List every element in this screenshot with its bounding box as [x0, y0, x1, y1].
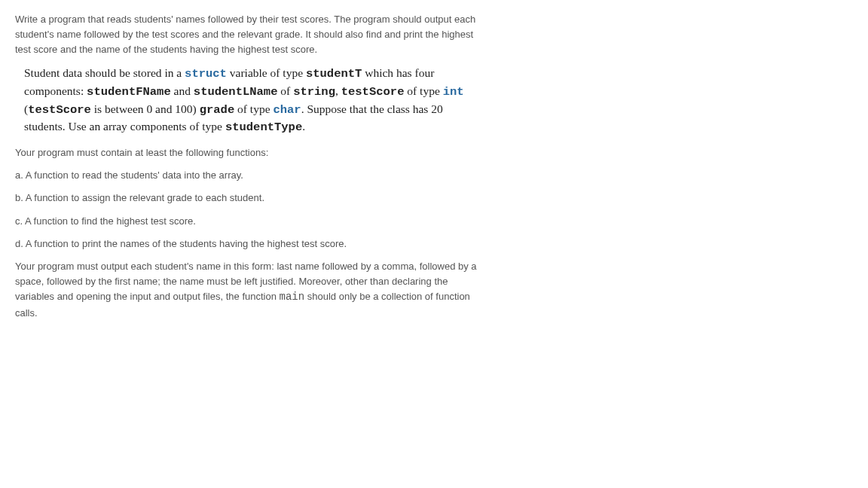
intro-paragraph: Write a program that reads students' nam… [15, 12, 482, 57]
code-studentType: studentType [225, 120, 302, 134]
code-testScore: testScore [341, 85, 405, 99]
text: , [335, 84, 341, 97]
code-studentT: studentT [306, 67, 362, 81]
code-string: string [293, 85, 335, 99]
document-body: Write a program that reads students' nam… [15, 12, 482, 321]
text: . [302, 120, 305, 133]
text: is between 0 and 100) [91, 102, 200, 115]
keyword-struct: struct [185, 67, 227, 81]
functions-heading: Your program must contain at least the f… [15, 145, 482, 160]
function-item-c: c. A function to find the highest test s… [15, 214, 482, 229]
closing-paragraph: Your program must output each student's … [15, 259, 482, 321]
text: variable of type [227, 66, 306, 79]
function-item-a: a. A function to read the students' data… [15, 168, 482, 183]
text: of type [404, 84, 442, 97]
text: of [277, 84, 293, 97]
keyword-int: int [443, 85, 464, 99]
text: and [171, 84, 194, 97]
code-main: main [280, 291, 305, 303]
text: components of type [130, 120, 225, 133]
struct-instruction: Student data should be stored in a struc… [15, 65, 482, 136]
code-grade: grade [200, 103, 235, 117]
function-item-d: d. A function to print the names of the … [15, 236, 482, 252]
code-studentFName: studentFName [87, 85, 171, 99]
code-testScore2: testScore [28, 103, 91, 117]
text: of type [234, 102, 273, 115]
keyword-char: char [273, 103, 301, 117]
code-studentLName: studentLName [194, 85, 278, 99]
text: Student data should be stored in a [24, 66, 185, 79]
function-item-b: b. A function to assign the relevant gra… [15, 191, 482, 206]
